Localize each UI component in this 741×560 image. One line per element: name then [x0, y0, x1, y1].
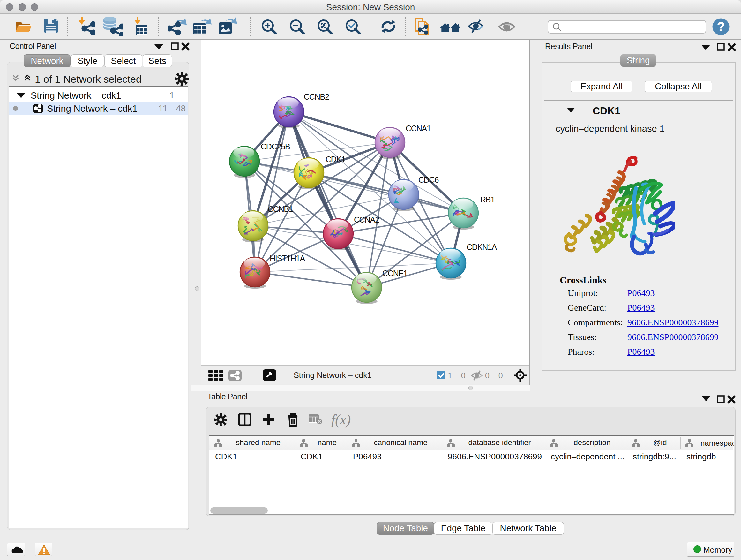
- svg-text:CDKN1A: CDKN1A: [467, 243, 497, 252]
- svg-text:?: ?: [717, 19, 725, 34]
- svg-text:CDK1: CDK1: [326, 155, 345, 164]
- svg-text:CCNE1: CCNE1: [382, 269, 408, 278]
- svg-text:CDC25B: CDC25B: [261, 142, 290, 151]
- svg-text:CCNA2: CCNA2: [354, 215, 379, 224]
- svg-text:CCNB2: CCNB2: [304, 92, 329, 101]
- svg-text:CDC6: CDC6: [418, 175, 439, 184]
- svg-text:HIST1H1A: HIST1H1A: [270, 254, 305, 263]
- svg-text:RB1: RB1: [480, 195, 495, 204]
- svg-text:CCNB1: CCNB1: [268, 205, 293, 213]
- svg-text:CCNA1: CCNA1: [406, 124, 431, 133]
